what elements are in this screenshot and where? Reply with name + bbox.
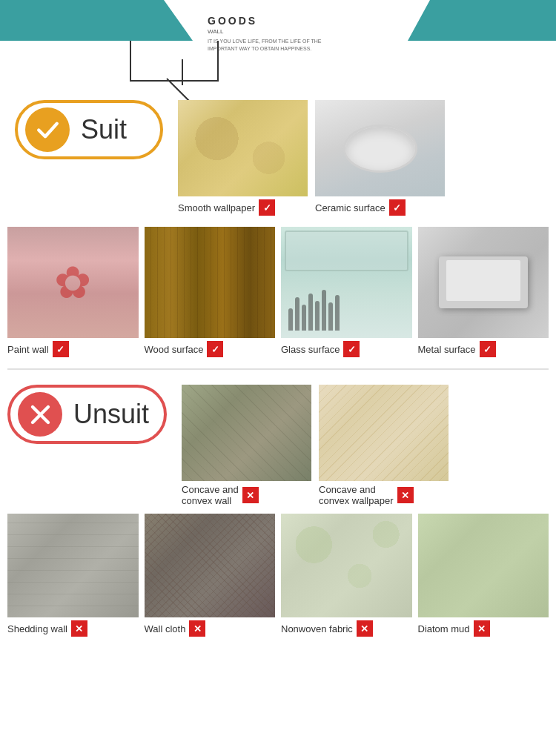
brand-tagline: IT IS YOU LOVE LIFE, FROM THE LIFE OF TH… (208, 38, 322, 53)
smooth-wallpaper-img (178, 100, 308, 196)
sink-basin (343, 125, 417, 173)
nonwoven-fabric-cross: ✕ (357, 620, 373, 637)
unsuit-badge: Unsuit (7, 385, 167, 444)
nonwoven-fabric-img (281, 514, 412, 617)
unsuit-label: Unsuit (73, 399, 149, 430)
paint-flowers: ✿ (7, 227, 139, 338)
ceramic-surface-cell: Ceramic surface ✓ (315, 100, 445, 216)
diatom-mud-cross: ✕ (474, 620, 490, 637)
divider (7, 368, 549, 370)
header-teal-left (0, 0, 193, 41)
header-bracket-decoration (130, 41, 219, 82)
metal-surface-cell: Metal surface ✓ (418, 227, 549, 357)
glass-surface-check: ✓ (343, 341, 360, 357)
diatom-mud-label: Diatom mud ✕ (418, 620, 490, 637)
header-teal-right (408, 0, 556, 41)
shedding-wall-cross: ✕ (71, 620, 87, 637)
wall-cloth-cross: ✕ (189, 620, 205, 637)
paint-wall-label: Paint wall ✓ (7, 341, 69, 357)
glass-decor (288, 286, 405, 331)
shedding-wall-cell: Shedding wall ✕ (7, 514, 139, 637)
metal-surface-label: Metal surface ✓ (418, 341, 496, 357)
brand-sub: WALL (208, 28, 322, 35)
concave-wallpaper-cross: ✕ (397, 487, 414, 503)
suit-check-circle (25, 107, 70, 152)
paint-wall-check: ✓ (53, 341, 69, 357)
paint-wall-img: ✿ (7, 227, 139, 338)
wood-surface-label: Wood surface ✓ (145, 341, 224, 357)
ceramic-sink-decoration (315, 100, 445, 196)
nonwoven-fabric-cell: Nonwoven fabric ✕ (281, 514, 412, 637)
header: GOODS WALL IT IS YOU LOVE LIFE, FROM THE… (0, 0, 556, 89)
wall-cloth-cell: Wall cloth ✕ (145, 514, 276, 637)
suit-badge: Suit (15, 100, 163, 159)
laptop-body (439, 256, 528, 308)
paint-wall-cell: ✿ Paint wall ✓ (7, 227, 139, 357)
wood-lines (145, 227, 276, 338)
concave-wallpaper-cell: Concave andconvex wallpaper ✕ (319, 385, 449, 506)
wood-surface-img (145, 227, 276, 338)
laptop-screen (446, 260, 520, 301)
surface-section: ✿ Paint wall ✓ Wood surface ✓ (0, 227, 556, 365)
suit-section: Suit Smooth wallpaper ✓ Ceramic surface … (0, 89, 556, 227)
ceramic-surface-check: ✓ (389, 199, 406, 216)
concave-wall-cell: Concave andconvex wall ✕ (182, 385, 311, 506)
unsuit-section: Unsuit Concave andconvex wall ✕ Concave … (0, 374, 556, 510)
metal-laptop-shape (418, 227, 549, 338)
metal-surface-img (418, 227, 549, 338)
concave-wallpaper-label: Concave andconvex wallpaper ✕ (319, 484, 413, 506)
ceramic-surface-label: Ceramic surface ✓ (315, 199, 406, 216)
smooth-wallpaper-label: Smooth wallpaper ✓ (178, 199, 275, 216)
concave-wall-img (182, 385, 311, 481)
concave-wall-cross: ✕ (242, 487, 259, 503)
glass-surface-cell: Glass surface ✓ (281, 227, 412, 357)
brand-name: GOODS (208, 15, 322, 27)
wood-surface-check: ✓ (207, 341, 223, 357)
smooth-wallpaper-check: ✓ (259, 199, 275, 216)
wall-cloth-img (145, 514, 276, 617)
header-line-v (182, 59, 183, 85)
shedding-wall-img (7, 514, 139, 617)
glass-surface-img (281, 227, 412, 338)
diatom-mud-img (418, 514, 549, 617)
glass-window-frame (285, 231, 408, 271)
glass-surface-label: Glass surface ✓ (281, 341, 360, 357)
concave-wall-label: Concave andconvex wall ✕ (182, 484, 259, 506)
smooth-wallpaper-cell: Smooth wallpaper ✓ (178, 100, 308, 216)
nonwoven-fabric-label: Nonwoven fabric ✕ (281, 620, 373, 637)
suit-label: Suit (81, 114, 127, 145)
bottom-section: Shedding wall ✕ Wall cloth ✕ Nonwoven fa… (0, 510, 556, 644)
shedding-wall-label: Shedding wall ✕ (7, 620, 87, 637)
wall-cloth-label: Wall cloth ✕ (145, 620, 206, 637)
metal-surface-check: ✓ (480, 341, 496, 357)
wood-surface-cell: Wood surface ✓ (145, 227, 276, 357)
diatom-mud-cell: Diatom mud ✕ (418, 514, 549, 637)
ceramic-surface-img (315, 100, 445, 196)
unsuit-x-circle (18, 392, 62, 437)
concave-wallpaper-img (319, 385, 449, 481)
header-logo: GOODS WALL IT IS YOU LOVE LIFE, FROM THE… (208, 15, 322, 53)
